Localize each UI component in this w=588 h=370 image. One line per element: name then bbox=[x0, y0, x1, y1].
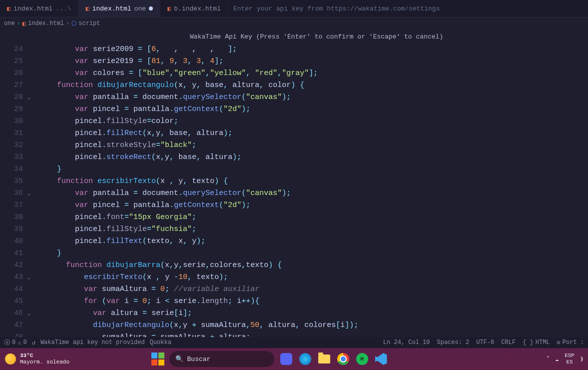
sun-icon bbox=[5, 354, 16, 364]
tab-label: b.index.html bbox=[174, 5, 221, 12]
taskbar-edge-icon[interactable] bbox=[298, 352, 312, 366]
status-eol[interactable]: CRLF bbox=[501, 339, 516, 346]
status-errors[interactable]: ⓧ0⚠0 bbox=[4, 338, 27, 347]
html-file-icon: ◧ bbox=[167, 5, 171, 12]
input-hint: WakaTime Api Key (Press 'Enter' to confi… bbox=[0, 30, 588, 44]
search-placeholder: Buscar bbox=[187, 356, 211, 363]
tab-bindex[interactable]: ◧ b.index.html bbox=[160, 0, 228, 17]
status-history-icon[interactable]: ↺ bbox=[32, 339, 35, 346]
fold-chevron-icon[interactable]: ⌄ bbox=[27, 188, 30, 200]
html-file-icon: ◧ bbox=[7, 5, 10, 12]
unsaved-dot-icon bbox=[149, 6, 153, 10]
status-cursor-pos[interactable]: Ln 24, Col 10 bbox=[383, 339, 430, 346]
code-area[interactable]: var serie2009 = [6, , , , ]; var serie20… bbox=[34, 44, 588, 337]
script-icon: ⎔ bbox=[71, 20, 76, 28]
taskbar-explorer-icon[interactable] bbox=[317, 352, 331, 366]
start-button[interactable] bbox=[151, 352, 164, 366]
tab-index-1[interactable]: ◧ index.html ...\ bbox=[0, 0, 78, 17]
tab-label: index.html bbox=[92, 5, 131, 12]
fold-chevron-icon[interactable]: ⌄ bbox=[27, 92, 30, 104]
tray-onedrive-icon[interactable]: ☁ bbox=[556, 356, 559, 362]
windows-taskbar: 33°C Mayorm. soleado 🔍 Buscar ≡ ˄ ☁ ESP … bbox=[0, 348, 588, 370]
taskbar-chat-icon[interactable] bbox=[279, 352, 293, 366]
error-icon: ⓧ bbox=[4, 338, 10, 347]
taskbar-search[interactable]: 🔍 Buscar bbox=[169, 351, 274, 367]
breadcrumb-file[interactable]: ◧index.html bbox=[20, 20, 66, 28]
status-encoding[interactable]: UTF-8 bbox=[476, 339, 494, 346]
editor-tabs: ◧ index.html ...\ ◧ index.html one ◧ b.i… bbox=[0, 0, 588, 18]
html-file-icon: ◧ bbox=[85, 5, 89, 12]
weather-temp: 33°C bbox=[20, 352, 69, 359]
status-quokka[interactable]: Quokka bbox=[150, 339, 171, 346]
weather-desc: Mayorm. soleado bbox=[20, 359, 69, 366]
breadcrumb-symbol[interactable]: ⎔script bbox=[69, 20, 102, 28]
input-placeholder: Enter your api key from https://wakatime… bbox=[233, 5, 440, 12]
status-lang[interactable]: { }HTML bbox=[523, 339, 550, 346]
html-file-icon: ◧ bbox=[22, 20, 26, 28]
tab-index-2[interactable]: ◧ index.html one bbox=[78, 0, 160, 17]
breadcrumb: one › ◧index.html › ⎔script bbox=[0, 18, 588, 30]
taskbar-weather[interactable]: 33°C Mayorm. soleado bbox=[5, 352, 69, 366]
tab-suffix: ...\ bbox=[55, 5, 71, 12]
command-input[interactable]: Enter your api key from https://wakatime… bbox=[228, 5, 588, 12]
status-wakatime[interactable]: WakaTime api key not provided bbox=[40, 339, 145, 346]
tray-language[interactable]: ESP ES bbox=[565, 352, 575, 366]
chevron-right-icon: › bbox=[17, 20, 20, 27]
fold-chevron-icon[interactable]: ⌄ bbox=[27, 272, 30, 284]
status-spaces[interactable]: Spaces: 2 bbox=[437, 339, 469, 346]
search-icon: 🔍 bbox=[175, 355, 183, 363]
block-icon: ⊘ bbox=[557, 339, 561, 346]
taskbar-spotify-icon[interactable]: ≡ bbox=[355, 352, 369, 366]
warning-icon: ⚠ bbox=[17, 339, 21, 346]
chevron-right-icon: › bbox=[66, 20, 69, 27]
code-editor[interactable]: 2425262728293031323334353637383940414243… bbox=[0, 44, 588, 337]
taskbar-chrome-icon[interactable] bbox=[336, 352, 350, 366]
tab-suffix: one bbox=[134, 5, 146, 12]
status-bar: ⓧ0⚠0 ↺ WakaTime api key not provided Quo… bbox=[0, 337, 588, 348]
fold-chevron-icon[interactable]: ⌄ bbox=[27, 308, 30, 320]
breadcrumb-root[interactable]: one bbox=[2, 20, 17, 27]
line-gutter: 2425262728293031323334353637383940414243… bbox=[0, 44, 26, 337]
fold-column: ⌄⌄⌄⌄ bbox=[26, 44, 34, 337]
tray-chevron-up-icon[interactable]: ˄ bbox=[547, 356, 550, 363]
taskbar-vscode-icon[interactable] bbox=[374, 352, 388, 366]
status-port[interactable]: ⊘Port : bbox=[557, 339, 584, 346]
tray-wifi-icon[interactable]: ⸩ bbox=[581, 356, 583, 362]
tab-label: index.html bbox=[13, 5, 52, 12]
code-icon: { } bbox=[523, 339, 534, 346]
